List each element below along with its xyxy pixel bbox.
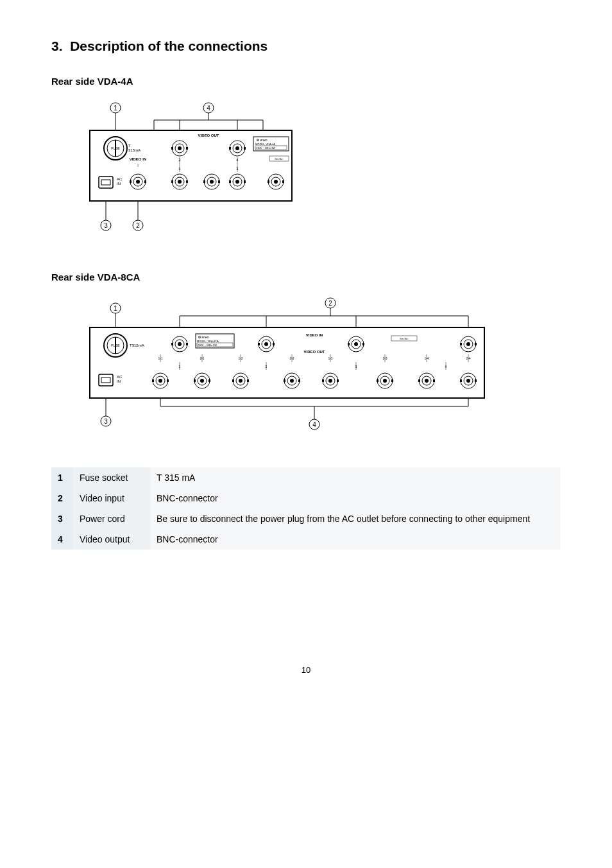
row-desc: BNC-connector <box>150 529 561 550</box>
video-out-label: VIDEO OUT <box>198 134 219 137</box>
row-desc: T 315 mA <box>150 467 561 488</box>
connections-table: 1Fuse socketT 315 mA2Video inputBNC-conn… <box>51 467 561 550</box>
svg-point-37 <box>178 180 182 184</box>
row-desc: BNC-connector <box>150 488 561 508</box>
svg-point-138 <box>383 379 387 383</box>
svg-rect-33 <box>130 180 132 183</box>
svg-rect-144 <box>418 379 420 382</box>
row-number: 3 <box>51 508 73 529</box>
row-name: Video input <box>73 488 150 508</box>
svg-point-89 <box>354 342 358 346</box>
row-desc: Be sure to disconnect the power plug fro… <box>150 508 561 529</box>
ac-in-label-1: AC <box>117 177 123 181</box>
ac-in-label-2: IN <box>117 182 121 186</box>
fuse-label-b: FUSE <box>111 343 120 347</box>
svg-point-113 <box>158 379 162 383</box>
callout-3: 3 <box>104 222 108 229</box>
svg-rect-38 <box>171 180 173 183</box>
row-name: Power cord <box>73 508 150 529</box>
callout-4: 4 <box>207 105 210 112</box>
callout-1: 1 <box>114 105 117 112</box>
svg-rect-150 <box>475 379 477 382</box>
svg-rect-140 <box>391 379 393 382</box>
page-number: 10 <box>51 665 561 675</box>
fuse-rating-b: T315mA <box>130 343 144 347</box>
svg-rect-120 <box>208 379 210 382</box>
row-name: Video output <box>73 529 150 550</box>
svg-rect-90 <box>348 343 350 345</box>
svg-rect-119 <box>194 379 196 382</box>
svg-point-79 <box>178 342 182 346</box>
brand-label: ❂ eneo <box>257 138 268 142</box>
svg-rect-16 <box>171 147 173 150</box>
svg-rect-22 <box>244 147 246 150</box>
subheading-vda-4a: Rear side VDA-4A <box>51 76 561 87</box>
table-row: 2Video inputBNC-connector <box>51 488 561 508</box>
svg-rect-134 <box>322 379 324 382</box>
row-number: 4 <box>51 529 73 550</box>
svg-point-128 <box>290 379 294 383</box>
diagram-vda-4a: 1 4 FUSE T 315mA VIDEO OUT <box>77 98 561 239</box>
svg-rect-55 <box>268 180 269 183</box>
svg-rect-44 <box>203 180 205 183</box>
svg-rect-49 <box>229 180 231 183</box>
table-row: 1Fuse socketT 315 mA <box>51 467 561 488</box>
svg-rect-149 <box>460 379 462 382</box>
model-line: MODEL: VDA-4A <box>255 143 275 146</box>
svg-point-94 <box>466 342 470 346</box>
svg-point-43 <box>210 180 214 184</box>
svg-point-133 <box>328 379 332 383</box>
svg-rect-56 <box>282 180 284 183</box>
ser-no-label: Ser.No: <box>275 157 283 161</box>
video-out-label-b: VIDEO OUT <box>303 350 325 354</box>
brand-label-b: ❂ eneo <box>198 335 209 339</box>
svg-rect-114 <box>152 379 154 382</box>
svg-rect-129 <box>284 379 285 382</box>
svg-rect-85 <box>258 343 260 345</box>
svg-rect-81 <box>186 343 188 345</box>
svg-point-48 <box>235 180 239 184</box>
svg-point-54 <box>274 180 278 184</box>
ac-in-b-2: IN <box>117 379 121 383</box>
svg-rect-70 <box>90 327 484 398</box>
callout-4b: 4 <box>312 421 316 428</box>
callout-3b: 3 <box>104 418 108 425</box>
svg-rect-80 <box>171 343 173 345</box>
svg-point-118 <box>200 379 204 383</box>
svg-rect-86 <box>273 343 275 345</box>
svg-rect-124 <box>232 379 234 382</box>
svg-rect-145 <box>433 379 435 382</box>
svg-point-143 <box>425 379 429 383</box>
table-row: 3Power cordBe sure to disconnect the pow… <box>51 508 561 529</box>
svg-rect-50 <box>244 180 246 183</box>
fuse-label: FUSE <box>111 146 120 150</box>
section-title-text: Description of the connections <box>70 39 268 53</box>
svg-rect-39 <box>186 180 188 183</box>
callout-2b: 2 <box>328 300 332 307</box>
model-power: 230V ~ 50Hz 3W <box>256 146 276 150</box>
svg-point-32 <box>136 180 140 184</box>
svg-rect-115 <box>167 379 169 382</box>
fuse-rating-val: 315mA <box>128 148 140 152</box>
callout-2: 2 <box>136 222 140 229</box>
fuse-rating-t: T <box>128 144 131 148</box>
svg-rect-17 <box>186 147 188 150</box>
row-number: 1 <box>51 467 73 488</box>
model-line-b: MODEL: VDA-8CA <box>197 340 219 343</box>
svg-point-20 <box>235 146 239 150</box>
svg-rect-45 <box>218 180 220 183</box>
ac-in-b-1: AC <box>117 375 123 379</box>
video-in-label: VIDEO IN <box>130 157 146 161</box>
svg-rect-96 <box>475 343 477 345</box>
svg-point-84 <box>264 342 268 346</box>
svg-point-15 <box>178 146 182 150</box>
svg-rect-139 <box>377 379 378 382</box>
svg-point-123 <box>239 379 242 383</box>
section-heading: 3. Description of the connections <box>51 39 561 54</box>
svg-rect-34 <box>144 180 146 183</box>
svg-rect-95 <box>460 343 462 345</box>
table-row: 4Video outputBNC-connector <box>51 529 561 550</box>
video-in-label-b: VIDEO IN <box>306 333 323 337</box>
ser-no-b: Ser.No: <box>400 337 408 340</box>
row-name: Fuse socket <box>73 467 150 488</box>
